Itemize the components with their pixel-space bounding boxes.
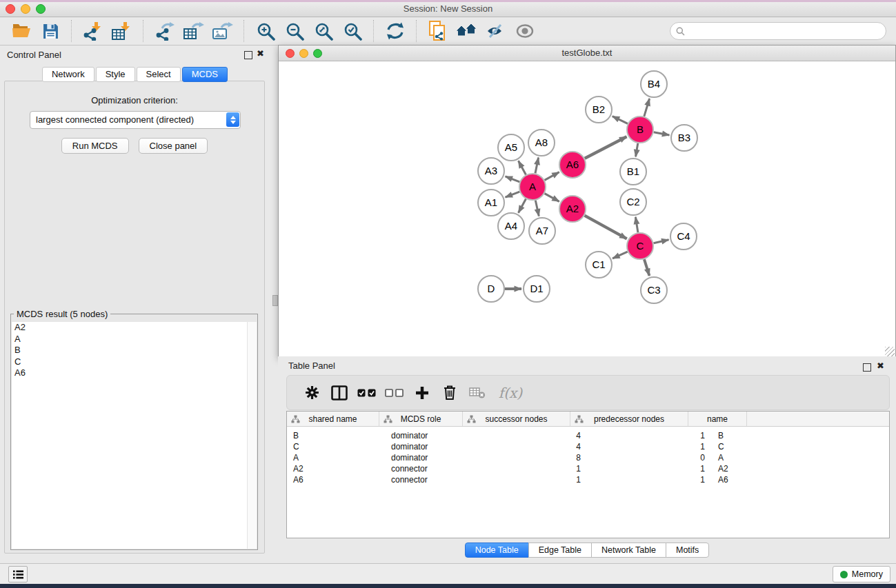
table-row[interactable]: Cdominator41C (287, 441, 889, 452)
import-network-from-file-icon[interactable] (81, 19, 105, 43)
float-panel-icon[interactable] (244, 51, 252, 59)
search-input[interactable] (688, 26, 880, 37)
graph-node-B1[interactable]: B1 (620, 159, 646, 185)
graph-edge-B-B3 (654, 132, 670, 135)
search-field[interactable] (670, 22, 886, 40)
apply-layout-icon[interactable] (384, 19, 407, 43)
network-window-titlebar[interactable]: testGlobe.txt (279, 45, 895, 61)
delete-column-icon[interactable] (436, 379, 464, 407)
close-panel-icon[interactable]: ✖ (257, 49, 264, 59)
svg-text:A5: A5 (505, 141, 517, 153)
tab-select[interactable]: Select (137, 67, 181, 82)
column-header-MCDS-role[interactable]: MCDS role (379, 412, 463, 426)
zoom-in-icon[interactable] (254, 19, 277, 43)
vertical-splitter-handle[interactable] (272, 295, 278, 306)
status-bar: Memory (0, 563, 896, 584)
mcds-result-item[interactable]: C (12, 356, 247, 368)
table-panel-title: Table Panel (288, 361, 335, 371)
open-file-icon[interactable] (10, 19, 33, 43)
graph-node-B2[interactable]: B2 (586, 97, 612, 123)
graph-node-A4[interactable]: A4 (498, 213, 524, 239)
mcds-result-list: A2ABCA6 (12, 322, 247, 549)
home-pair-icon[interactable] (455, 19, 479, 43)
close-panel-button[interactable]: Close panel (139, 138, 208, 154)
graph-node-A3[interactable]: A3 (478, 158, 504, 184)
table-row[interactable]: Bdominator41B (287, 430, 889, 441)
column-header-name[interactable]: name (688, 412, 747, 426)
graph-node-D[interactable]: D (478, 276, 504, 302)
zoom-out-icon[interactable] (283, 19, 306, 43)
tab-node-table[interactable]: Node Table (465, 543, 529, 558)
export-network-icon[interactable] (153, 19, 177, 43)
tab-style[interactable]: Style (96, 67, 135, 82)
graph-node-B3[interactable]: B3 (671, 125, 697, 151)
column-header-successor-nodes[interactable]: successor nodes (463, 412, 570, 426)
show-hide-eye-icon[interactable] (513, 19, 537, 43)
tab-edge-table[interactable]: Edge Table (528, 543, 592, 558)
svg-text:B2: B2 (593, 103, 605, 115)
mcds-result-item[interactable]: A2 (12, 322, 247, 334)
mcds-result-scrollbar[interactable] (247, 322, 257, 549)
mcds-result-item[interactable]: A (12, 334, 247, 345)
column-view-icon[interactable] (326, 379, 353, 407)
network-overview-icon[interactable] (426, 19, 450, 43)
table-cell: 8 (474, 453, 588, 463)
tab-network-table[interactable]: Network Table (591, 543, 666, 558)
column-header-shared-name[interactable]: shared name (287, 412, 379, 426)
svg-text:B4: B4 (648, 78, 660, 90)
svg-text:A7: A7 (536, 225, 548, 236)
graph-node-A6[interactable]: A6 (559, 152, 586, 178)
show-panels-list-button[interactable] (8, 566, 28, 582)
graph-node-C2[interactable]: C2 (620, 189, 646, 215)
network-canvas[interactable]: AA1A2A3A4A5A6A7A8BB1B2B3B4CC1C2C3C4DD1 (279, 61, 895, 357)
graph-node-C1[interactable]: C1 (586, 252, 612, 278)
graph-node-A1[interactable]: A1 (478, 190, 504, 216)
add-column-icon[interactable] (408, 379, 436, 407)
criterion-dropdown[interactable]: largest connected component (directed) (30, 111, 241, 129)
deselect-all-unchecked-icon[interactable] (381, 379, 408, 407)
close-table-panel-icon[interactable]: ✖ (877, 361, 884, 371)
table-tabs: Node TableEdge TableNetwork TableMotifs (278, 543, 896, 558)
graph-node-C3[interactable]: C3 (641, 277, 667, 303)
graph-node-A2[interactable]: A2 (559, 196, 586, 222)
column-header-predecessor-nodes[interactable]: predecessor nodes (570, 412, 688, 426)
zoom-selected-icon[interactable] (341, 19, 364, 43)
tab-motifs[interactable]: Motifs (666, 543, 709, 558)
float-table-panel-icon[interactable] (863, 363, 871, 372)
table-cell: C (712, 442, 776, 452)
graph-node-A7[interactable]: A7 (529, 218, 555, 244)
table-cell: connector (385, 475, 474, 485)
mcds-result-item[interactable]: B (12, 345, 247, 356)
graph-node-C[interactable]: C (627, 233, 653, 259)
tab-network[interactable]: Network (42, 67, 94, 82)
graph-node-A5[interactable]: A5 (498, 134, 524, 161)
toggle-visibility-icon[interactable] (484, 19, 508, 43)
mcds-result-item[interactable]: A6 (12, 367, 247, 379)
settings-gear-icon[interactable] (298, 379, 326, 407)
import-table-from-file-icon[interactable] (110, 19, 134, 43)
graph-edge-A-A7 (535, 201, 539, 216)
table-row[interactable]: Adominator80A (287, 452, 889, 463)
memory-button[interactable]: Memory (833, 566, 890, 582)
graph-node-D1[interactable]: D1 (524, 276, 550, 302)
export-table-icon[interactable] (182, 19, 206, 43)
run-mcds-button[interactable]: Run MCDS (61, 138, 129, 154)
graph-node-A[interactable]: A (519, 174, 546, 200)
table-row[interactable]: A2connector11A2 (287, 463, 889, 474)
graph-node-B4[interactable]: B4 (641, 71, 667, 97)
select-all-checked-icon[interactable] (353, 379, 381, 407)
table-cell: A2 (287, 464, 385, 474)
table-row[interactable]: A6connector11A6 (287, 474, 889, 485)
svg-text:C2: C2 (626, 196, 639, 207)
export-image-icon[interactable] (211, 19, 235, 43)
tab-mcds[interactable]: MCDS (182, 67, 228, 82)
graph-node-A8[interactable]: A8 (528, 130, 555, 156)
graph-node-B[interactable]: B (627, 116, 653, 143)
criterion-dropdown-value: largest connected component (directed) (36, 114, 194, 125)
titlebar: Session: New Session (0, 2, 896, 17)
zoom-fit-icon[interactable] (312, 19, 335, 43)
function-builder-disabled-icon: f(x) (491, 379, 530, 407)
resize-grip-icon[interactable] (885, 347, 895, 356)
save-session-icon[interactable] (39, 19, 62, 43)
graph-node-C4[interactable]: C4 (670, 223, 697, 250)
